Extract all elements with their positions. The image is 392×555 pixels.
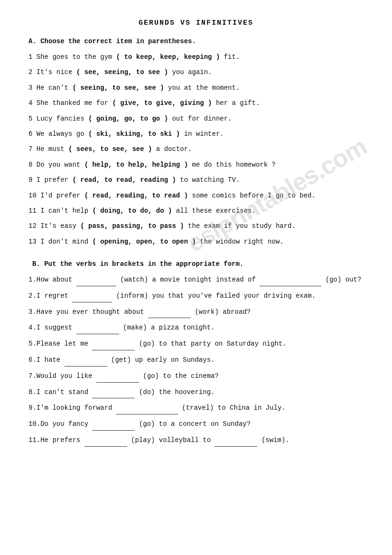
section-a-sentence: 9 I prefer ( read, to read, reading ) to… [28,175,364,185]
sentence-mid: to the cinema? [159,372,219,380]
sentence-rest: in winter. [180,130,224,138]
verb-hint-1: (inform) [112,292,148,300]
sentence-number: 4 [28,99,37,107]
verb-hint-1: (make) [119,324,147,331]
fill-blank-1[interactable] [72,291,112,302]
fill-blank-1[interactable] [92,387,135,399]
sentence-mid: to a concert on Sunday? [155,420,251,428]
sentence-number: 5 [28,115,37,122]
fill-blank-1[interactable] [76,274,116,286]
sentence-options: ( read, to read, reading ) [72,176,176,184]
section-b-sentence: 2.I regret (inform) you that you've fail… [28,291,364,302]
section-b-sentence: 11.He prefers (play) volleyball to (swim… [28,435,364,447]
sentence-pre: I hate [37,356,65,364]
fill-blank-2[interactable] [215,435,257,447]
sentence-rest: out for dinner. [168,115,232,122]
sentence-options: ( sees, to see, see ) [68,145,152,153]
sentence-options: ( seeing, to see, see ) [72,84,164,92]
section-b-sentence: 7.Would you like (go) to the cinema? [28,371,364,383]
sentence-mid: a pizza tonight. [147,324,215,331]
section-b-sentences: 1.How about (watch) a movie tonight inst… [28,274,364,447]
sentence-number: 2 [28,68,37,76]
sentence-mid: volleyball to [155,436,215,444]
fill-blank-1[interactable] [96,371,139,383]
sentence-mid: to that party on Saturday night. [155,340,286,348]
fill-blank-1[interactable] [92,339,135,350]
sentence-options: ( opening, open, to open ) [92,238,196,245]
sentence-pre: He prefers [40,436,84,444]
section-b-sentence: 6.I hate (get) up early on Sundays. [28,355,364,367]
sentence-options: ( doing, to do, do ) [92,207,172,215]
sentence-text: She goes to the gym [37,53,116,61]
sentence-number: 11. [28,436,40,444]
sentence-text: We always go [37,130,88,138]
sentence-rest: you again. [168,68,212,76]
sentence-number: 8. [28,388,37,396]
sentence-number: 10. [28,420,40,428]
sentence-rest: you at the moment. [164,84,240,92]
sentence-text: I don't mind [40,238,92,245]
sentence-options: ( to keep, keep, keeping ) [116,53,220,61]
sentence-options: ( read, reading, to read ) [84,192,188,199]
sentence-rest: a doctor. [152,145,192,153]
verb-hint-1: (go) [135,420,155,428]
section-a-sentence: 4 She thanked me for ( give, to give, gi… [28,98,364,108]
fill-blank-1[interactable] [76,322,119,334]
sentence-rest: the exam if you study hard. [184,222,296,230]
sentence-number: 9 [28,176,37,184]
sentence-mid: up early on Sundays. [131,356,215,364]
section-b-sentence: 4.I suggest (make) a pizza tonight. [28,322,364,334]
fill-blank-1[interactable] [92,419,135,431]
sentence-options: ( help, to help, helping ) [84,161,188,169]
verb-hint-2: (go) [321,276,341,283]
sentence-options: ( see, seeing, to see ) [76,68,168,76]
sentence-number: 8 [28,161,37,169]
section-b-header: B. Put the verbs in brackets in the appr… [28,260,364,268]
sentence-number: 12 [28,222,40,230]
page-title: GERUNDS VS INFINITIVES [28,19,364,27]
sentence-options: ( ski, skiing, to ski ) [88,130,180,138]
sentence-number: 1. [28,276,37,283]
verb-hint-1: (go) [139,372,159,380]
section-b-sentence: 3.Have you ever thought about (work) abr… [28,307,364,319]
fill-blank-1[interactable] [84,435,127,447]
sentence-text: I'd prefer [40,192,84,199]
verb-hint-1: (get) [107,356,131,364]
sentence-number: 10 [28,192,40,199]
sentence-number: 7 [28,145,37,153]
section-a-sentence: 2 It's nice ( see, seeing, to see ) you … [28,67,364,77]
sentence-mid: to China in July. [214,404,285,412]
section-a-sentences: 1 She goes to the gym ( to keep, keep, k… [28,52,364,247]
sentence-pre: How about [37,276,76,283]
section-b-sentence: 5.Please let me (go) to that party on Sa… [28,339,364,350]
sentence-rest: some comics before I go to bed. [188,192,316,199]
sentence-options: ( going, go, to go ) [88,115,168,122]
sentence-pre: I'm looking forward [37,404,116,412]
sentence-pre: Have you ever thought about [37,308,148,316]
fill-blank-1[interactable] [116,403,178,414]
sentence-number: 5. [28,340,37,348]
sentence-rest: fit. [220,53,240,61]
sentence-text: I prefer [37,176,73,184]
sentence-number: 6. [28,356,37,364]
sentence-rest: to watching TV. [176,176,240,184]
sentence-text: He must [37,145,68,153]
sentence-mid: you that you've failed your driving exam… [148,292,316,300]
section-b-sentence: 1.How about (watch) a movie tonight inst… [28,274,364,286]
section-a-sentence: 6 We always go ( ski, skiing, to ski ) i… [28,129,364,139]
sentence-text: She thanked me for [37,99,112,107]
sentence-number: 7. [28,372,37,380]
sentence-text: Do you want [37,161,84,169]
section-b-sentence: 10.Do you fancy (go) to a concert on Sun… [28,419,364,431]
fill-blank-1[interactable] [148,307,191,319]
section-a-header: A. Choose the correct item in parenthese… [28,38,364,45]
fill-blank-1[interactable] [65,355,107,367]
sentence-options: ( pass, passing, to pass ) [80,222,184,230]
sentence-number: 13 [28,238,40,245]
fill-blank-2[interactable] [260,274,321,286]
section-a-sentence: 7 He must ( sees, to see, see ) a doctor… [28,144,364,154]
section-a-sentence: 8 Do you want ( help, to help, helping )… [28,160,364,170]
section-a-sentence: 10 I'd prefer ( read, reading, to read )… [28,190,364,201]
sentence-mid: the hoovering. [155,388,215,396]
sentence-text: It's easy [40,222,80,230]
